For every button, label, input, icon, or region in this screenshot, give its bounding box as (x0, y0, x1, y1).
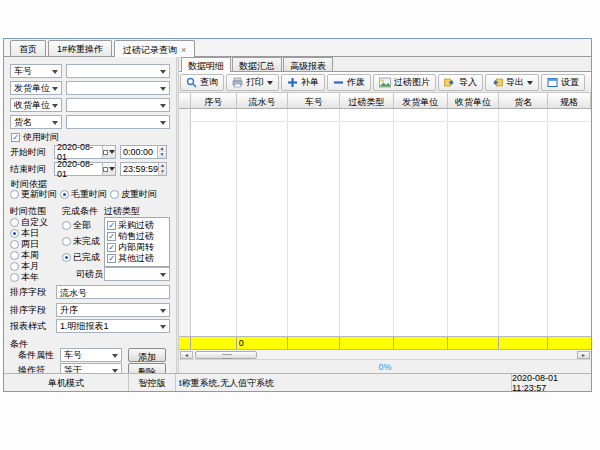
settings-button[interactable]: 设置 (541, 74, 585, 91)
horizontal-scrollbar[interactable]: ◄ ► (179, 350, 591, 360)
add-condition-button[interactable]: 添加 (128, 348, 166, 362)
end-date-picker[interactable]: 2020-08-01 (54, 162, 116, 176)
report-style-select[interactable]: 1.明细报表1 (56, 319, 170, 333)
plus-icon (287, 77, 298, 88)
use-time-checkbox-row[interactable]: 使用时间 (11, 132, 170, 142)
finish-cond-title: 完成条件 (62, 205, 104, 215)
search-icon (186, 77, 197, 88)
chevron-down-icon (160, 309, 166, 316)
scrollbar-thumb[interactable] (195, 351, 257, 359)
checkbox-checked-icon (107, 254, 116, 263)
radio-icon (110, 190, 119, 199)
filter-row-receiver: 收货单位 (10, 98, 170, 112)
import-button[interactable]: 导入 (438, 74, 483, 91)
time-range-title: 时间范围 (10, 205, 62, 215)
checkbox-checked-icon (107, 232, 116, 241)
radio-icon (10, 251, 19, 260)
radio-gross-time[interactable]: 毛重时间 (60, 188, 107, 201)
condition-attr-select[interactable]: 车号 (60, 348, 122, 362)
radio-this-year[interactable]: 本年 (10, 272, 62, 283)
chevron-down-icon (52, 87, 58, 94)
chevron-down-icon (160, 87, 166, 94)
spinner-icon[interactable]: ▲▼ (158, 163, 166, 175)
filter-row-shipper: 发货单位 (10, 81, 170, 95)
chevron-down-icon (160, 104, 166, 111)
vehicle-value-combo[interactable] (66, 64, 170, 78)
radio-icon (62, 237, 71, 246)
tab-data-detail[interactable]: 数据明细 (181, 57, 231, 72)
chevron-down-icon (112, 354, 118, 361)
data-tabbar: 数据明细 数据汇总 高级报表 (179, 57, 591, 72)
start-date-picker[interactable]: 2020-08-01 (54, 145, 116, 159)
receiver-field-select[interactable]: 收货单位 (10, 98, 62, 112)
export-icon (491, 77, 503, 88)
start-time-spinner[interactable]: 0:00:00 ▲▼ (120, 145, 167, 159)
print-button[interactable]: 打印 (226, 74, 279, 91)
column-header-flow-no[interactable]: 流水号 (237, 93, 289, 108)
vehicle-field-select[interactable]: 车号 (10, 64, 62, 78)
minus-icon (333, 77, 344, 88)
receiver-value-combo[interactable] (66, 98, 170, 112)
range-finish-type-group: 时间范围 完成条件 过磅类型 自定义 本日 两日 本周 本月 本年 全部 (10, 205, 170, 283)
radio-icon (62, 221, 71, 230)
radio-update-time[interactable]: 更新时间 (10, 188, 57, 201)
sort-order-select[interactable]: 升序 (56, 303, 170, 317)
export-button[interactable]: 导出 (485, 74, 539, 91)
status-datetime: 2020-08-01 11:23:57 (512, 374, 591, 391)
time-basis-title: 时间依据 (10, 178, 170, 188)
close-icon[interactable]: × (181, 46, 186, 54)
calendar-icon[interactable] (102, 146, 115, 158)
tab-data-summary[interactable]: 数据汇总 (232, 57, 282, 71)
query-button[interactable]: 查询 (180, 74, 224, 91)
tab-advanced-report[interactable]: 高级报表 (283, 57, 333, 71)
shipper-field-select[interactable]: 发货单位 (10, 81, 62, 95)
tab-home[interactable]: 首页 (10, 40, 46, 56)
shipper-value-combo[interactable] (66, 81, 170, 95)
checkbox-other-weigh[interactable]: 其他过磅 (107, 253, 167, 264)
radio-unfinished[interactable]: 未完成 (62, 236, 104, 247)
settings-window-icon (547, 77, 558, 88)
radio-finished[interactable]: 已完成 (62, 252, 104, 263)
weigh-photos-button[interactable]: 过磅图片 (373, 74, 436, 91)
tab-weigh-operation[interactable]: 1#称重操作 (48, 40, 112, 56)
scale-operator-combo[interactable] (104, 267, 170, 281)
radio-icon (10, 190, 19, 199)
checkbox-checked-icon (11, 133, 20, 142)
start-time-row: 开始时间 2020-08-01 0:00:00 ▲▼ (10, 145, 170, 159)
radio-all[interactable]: 全部 (62, 220, 104, 231)
progress-indicator: 0% (179, 360, 591, 373)
app-window: 首页 1#称重操作 过磅记录查询 × 车号 发货单位 收货单位 货名 (3, 38, 592, 392)
import-icon (444, 77, 456, 88)
column-header-weigh-type[interactable]: 过磅类型 (340, 93, 394, 108)
spinner-icon[interactable]: ▲▼ (157, 146, 166, 158)
chevron-down-icon (267, 81, 273, 88)
end-time-spinner[interactable]: 23:59:59 ▲▼ (120, 162, 167, 176)
column-header-serial[interactable]: 序号 (191, 93, 237, 108)
data-panel: 数据明细 数据汇总 高级报表 查询 打印 补单 (179, 57, 591, 374)
column-header-receiver[interactable]: 收货单位 (448, 93, 500, 108)
sort-order-row: 排序字段 升序 (10, 303, 170, 317)
goods-value-combo[interactable] (66, 115, 170, 129)
chevron-down-icon (527, 81, 533, 88)
tab-record-query[interactable]: 过磅记录查询 × (114, 40, 195, 57)
column-header-goods[interactable]: 货名 (499, 93, 548, 108)
main-tabbar: 首页 1#称重操作 过磅记录查询 × (4, 39, 591, 57)
scroll-left-arrow[interactable]: ◄ (180, 351, 193, 359)
filter-panel: 车号 发货单位 收货单位 货名 使用时间 开始时间 (4, 57, 176, 374)
scroll-right-arrow[interactable]: ► (577, 351, 590, 359)
column-header-spec[interactable]: 规格 (548, 93, 591, 108)
calendar-icon[interactable] (102, 163, 115, 175)
supplement-order-button[interactable]: 补单 (281, 74, 325, 91)
column-header-vehicle[interactable]: 车号 (288, 93, 340, 108)
sort-field-input[interactable]: 流水号 (56, 285, 170, 299)
weigh-type-title: 过磅类型 (104, 205, 170, 215)
column-header-shipper[interactable]: 发货单位 (394, 93, 448, 108)
summary-count: 0 (237, 337, 289, 349)
toolbar: 查询 打印 补单 作废 过磅图片 (179, 72, 591, 93)
summary-row: 0 (179, 336, 591, 350)
goods-field-select[interactable]: 货名 (10, 115, 62, 129)
radio-tare-time[interactable]: 皮重时间 (110, 188, 157, 201)
filter-row-goods: 货名 (10, 115, 170, 129)
void-button[interactable]: 作废 (327, 74, 371, 91)
grid-body[interactable] (179, 109, 591, 336)
